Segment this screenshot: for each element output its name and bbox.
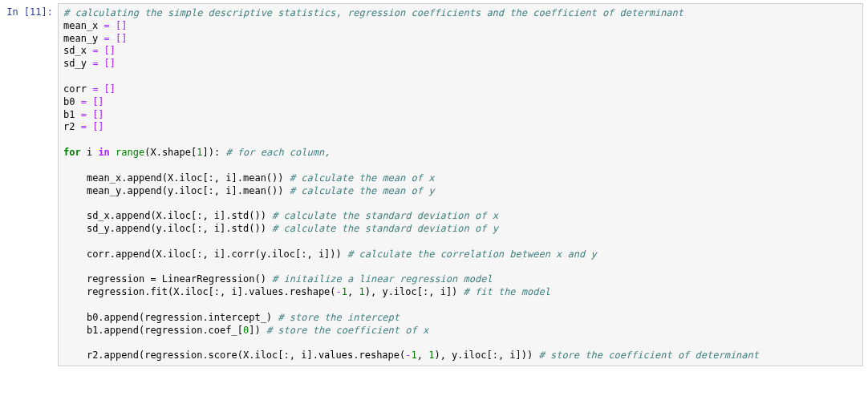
prompt-number: 11	[30, 6, 41, 18]
code-input-area[interactable]: # calculating the simple descriptive sta…	[58, 3, 863, 366]
code-content: # calculating the simple descriptive sta…	[63, 7, 858, 362]
code-cell: In [11]: # calculating the simple descri…	[0, 0, 868, 370]
input-prompt: In [11]:	[0, 3, 58, 366]
prompt-label: In	[6, 6, 18, 18]
